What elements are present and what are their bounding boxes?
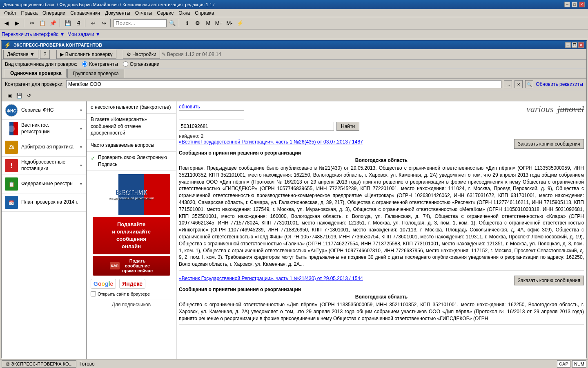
- sidebar-item-plans[interactable]: 📅 План проверок на 2014 г.: [2, 193, 86, 212]
- separator1: [24, 19, 25, 27]
- podayte-banner[interactable]: Подавайтеи оплачивайтесообщенияонлайн: [93, 217, 170, 255]
- menu-edit[interactable]: Правка: [19, 9, 40, 17]
- update-requisites-link[interactable]: Обновить реквизиты: [536, 81, 583, 87]
- order-copy-btn-1[interactable]: Заказать копию сообщения: [514, 139, 584, 149]
- middle-item-epodpis[interactable]: ✓ Проверить свою Электронную Подпись: [87, 152, 176, 171]
- inner-restore-btn[interactable]: ❐: [572, 42, 577, 48]
- svg-text:!: !: [10, 162, 13, 170]
- inn-search-input[interactable]: [179, 122, 334, 131]
- run-check-btn[interactable]: ▶ Выполнить проверку: [56, 50, 116, 59]
- my-tasks-link[interactable]: Мои задачи ▼: [67, 31, 100, 37]
- svg-text:📋: 📋: [9, 181, 15, 187]
- menu-windows[interactable]: Окна: [176, 9, 192, 17]
- sidebar-item-vestnik[interactable]: Вестник гос. регистрации ▼: [2, 120, 86, 138]
- flag-banner: ВЕСТНИК государственной регистрации: [93, 174, 170, 215]
- toolbar-back[interactable]: ◀: [2, 18, 11, 28]
- settings-btn[interactable]: ⚙ Настройки: [123, 50, 160, 59]
- captcha-text2: junovel: [557, 104, 584, 114]
- inner-title-controls: ─ ❐ ✕: [565, 42, 584, 48]
- toolbar-extra[interactable]: M: [203, 18, 213, 28]
- sidebar-federal-arrow: ▼: [79, 182, 83, 186]
- inner-close-btn[interactable]: ✕: [578, 42, 584, 48]
- toolbar-undo[interactable]: ↩: [88, 18, 98, 28]
- order-copy-btn-2[interactable]: Заказать копию сообщения: [514, 276, 584, 285]
- sidebar-item-unfair[interactable]: ! Недобросовестные поставщики ▼: [2, 157, 86, 175]
- toolbar-cut[interactable]: ✂: [27, 18, 37, 28]
- toolbar-copy[interactable]: 📋: [38, 18, 47, 28]
- sidebar-item-arbitrage[interactable]: ⚖ Арбитражная практика ▼: [2, 138, 86, 157]
- tab-group-check[interactable]: Групповая проверка: [67, 69, 124, 78]
- middle-item-kommersant[interactable]: В газете «Коммерсантъ» сообщений об отме…: [87, 114, 176, 139]
- title-bar-controls: ─ □ ✕: [564, 2, 585, 7]
- menu-service[interactable]: Сервис: [154, 9, 176, 17]
- sidebar-item-arbitrage-label: Арбитражная практика: [21, 144, 74, 150]
- radio-organizations-input[interactable]: [123, 61, 128, 67]
- toolbar-info[interactable]: ℹ: [182, 18, 192, 28]
- toolbar-redo[interactable]: ↪: [99, 18, 109, 28]
- submit-now-text: Податьсообщениепрямо сейчас: [122, 258, 153, 273]
- federal-icon: 📋: [5, 177, 18, 191]
- svg-text:⚖: ⚖: [9, 144, 14, 150]
- maximize-button[interactable]: □: [572, 2, 577, 7]
- contractor-x-btn[interactable]: ✕: [514, 80, 523, 88]
- update-link[interactable]: обновить: [179, 104, 200, 110]
- inner-minimize-btn[interactable]: ─: [565, 42, 571, 48]
- help-btn[interactable]: ?: [40, 50, 50, 59]
- toolbar-paste[interactable]: 📌: [48, 18, 58, 28]
- toolbar-search-btn[interactable]: 🔍: [167, 18, 177, 28]
- open-site-checkbox[interactable]: [91, 291, 96, 296]
- icon-btn-1[interactable]: ▣: [5, 91, 14, 100]
- sidebar-arbitrage-arrow: ▼: [79, 145, 83, 149]
- toolbar-settings2[interactable]: ⚙: [193, 18, 203, 28]
- submit-now-banner[interactable]: КЭП Податьсообщениепрямо сейчас: [93, 256, 170, 276]
- arbitrage-icon: ⚖: [5, 141, 18, 154]
- toolbar-search-input[interactable]: [114, 19, 167, 27]
- switch-interface-link[interactable]: Переключить интерфейс ▼: [2, 31, 65, 37]
- toolbar-extra4[interactable]: ⚡: [235, 18, 245, 28]
- toolbar-forward[interactable]: ▶: [12, 18, 22, 28]
- version-label: ✎ Версия 1.12 от 04.08.14: [162, 52, 221, 57]
- header-left: обновить: [179, 104, 522, 119]
- svg-point-6: [8, 126, 15, 132]
- toolbar-extra2[interactable]: M+: [214, 18, 224, 28]
- num-indicator: NUM: [572, 360, 586, 368]
- menu-documents[interactable]: Документы: [102, 9, 133, 17]
- toolbar-extra3[interactable]: M-: [225, 18, 234, 28]
- radio-organizations[interactable]: Организации: [123, 61, 160, 67]
- radio-contractors-input[interactable]: [82, 61, 87, 67]
- contractor-input[interactable]: [66, 80, 501, 88]
- middle-item-faq[interactable]: Часто задаваемые вопросы: [87, 139, 176, 152]
- google-logo-box[interactable]: Google: [91, 279, 116, 289]
- captcha-input[interactable]: [179, 110, 244, 119]
- result-2-text: Общество с ограниченной ответственностью…: [179, 301, 584, 322]
- sidebar-item-fns[interactable]: ФНС Сервисы ФНС ▼: [2, 101, 86, 120]
- right-content[interactable]: обновить various junovel Найти найдено: …: [176, 101, 586, 359]
- sidebar-item-federal[interactable]: 📋 Федеральные реестры ▼: [2, 175, 86, 193]
- actions-dropdown-btn[interactable]: Действия ▼: [3, 50, 38, 59]
- middle-item-bankruptcy[interactable]: о несостоятельности (банкротстве): [87, 101, 176, 114]
- menu-help[interactable]: Справка: [192, 9, 216, 17]
- close-button[interactable]: ✕: [579, 2, 585, 7]
- contractor-clear-btn[interactable]: ...: [504, 80, 512, 88]
- yandex-logo-box[interactable]: Яндекс: [119, 279, 145, 289]
- toolbar-save[interactable]: 💾: [63, 18, 73, 28]
- find-btn[interactable]: Найти: [336, 122, 359, 131]
- open-site-row: Открыть сайт в браузере: [88, 290, 174, 297]
- menu-file[interactable]: Файл: [2, 9, 19, 17]
- result-2-link[interactable]: «Вестник Государственной Регистрации». ч…: [179, 276, 363, 281]
- svg-text:📅: 📅: [9, 200, 14, 206]
- middle-panel: о несостоятельности (банкротстве) В газе…: [87, 101, 176, 359]
- toolbar-print[interactable]: 🖨: [74, 18, 83, 28]
- radio-contractors[interactable]: Контрагенты: [82, 61, 118, 67]
- menu-operations[interactable]: Операции: [40, 9, 68, 17]
- menu-references[interactable]: Справочники: [68, 9, 102, 17]
- icon-btn-2[interactable]: 💾: [15, 91, 24, 100]
- menu-reports[interactable]: Отчеты: [133, 9, 154, 17]
- inner-window: ⚡ ЭКСПРЕСС-ПРОВЕРКА КОНТРАГЕНТОВ ─ ❐ ✕ Д…: [1, 40, 587, 358]
- taskbar-task-btn[interactable]: 🖥 ЭКСПРЕСС-ПРОВЕРКА КО...: [2, 360, 76, 368]
- result-1-link[interactable]: «Вестник Государственной Регистрации». ч…: [179, 139, 363, 145]
- tab-single-check[interactable]: Одиночная проверка: [5, 69, 67, 78]
- contractor-search-btn[interactable]: 🔍: [525, 80, 533, 88]
- icon-btn-3[interactable]: ↺: [24, 91, 33, 100]
- minimize-button[interactable]: ─: [564, 2, 570, 7]
